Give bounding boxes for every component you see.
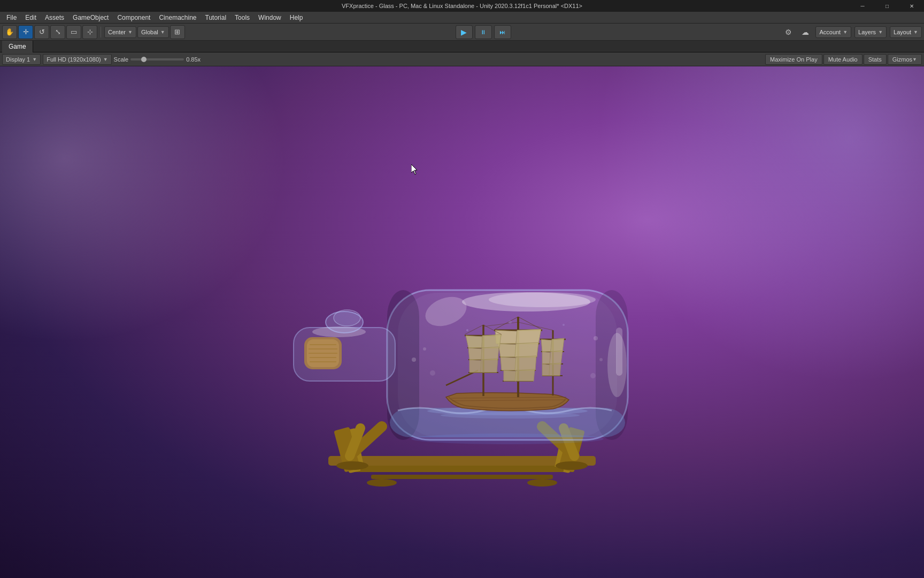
layout-dropdown[interactable]: Layout ▼ xyxy=(890,26,922,38)
svg-point-70 xyxy=(599,358,603,361)
pivot-chevron-icon: ▼ xyxy=(128,29,133,35)
layers-dropdown[interactable]: Layers ▼ xyxy=(854,26,887,38)
grid-button[interactable]: ⊞ xyxy=(170,25,185,39)
space-dropdown[interactable]: Global ▼ xyxy=(137,26,169,38)
toolbar: ✋ ✛ ↺ ⤡ ▭ ⊹ Center ▼ Global ▼ ⊞ ▶ ⏸ ⏭ ⚙ … xyxy=(0,24,924,41)
toolbar-right: ⚙ ☁ Account ▼ Layers ▼ Layout ▼ xyxy=(781,25,922,39)
menu-item-file[interactable]: File xyxy=(2,12,21,24)
hand-tool-button[interactable]: ✋ xyxy=(2,25,17,39)
svg-point-13 xyxy=(556,461,588,470)
svg-rect-7 xyxy=(371,475,553,479)
menu-item-component[interactable]: Component xyxy=(113,12,155,24)
bottle-scene xyxy=(0,66,924,578)
account-chevron-icon: ▼ xyxy=(843,29,848,35)
stats-button[interactable]: Stats xyxy=(864,54,887,65)
resolution-chevron-icon: ▼ xyxy=(103,57,108,62)
svg-point-14 xyxy=(367,479,397,486)
mute-audio-button[interactable]: Mute Audio xyxy=(823,54,863,65)
transform-tool-button[interactable]: ⊹ xyxy=(82,25,97,39)
resolution-dropdown[interactable]: Full HD (1920x1080) ▼ xyxy=(43,54,111,65)
scale-slider[interactable] xyxy=(130,58,184,60)
rect-tool-button[interactable]: ▭ xyxy=(66,25,81,39)
menu-item-help[interactable]: Help xyxy=(286,12,307,24)
minimize-button[interactable]: ─ xyxy=(850,0,875,12)
scale-control: Scale 0.85x xyxy=(114,56,201,63)
bottle-svg xyxy=(221,135,703,509)
gizmos-chevron-icon: ▼ xyxy=(912,57,917,62)
svg-point-65 xyxy=(411,434,604,444)
menu-item-assets[interactable]: Assets xyxy=(41,12,68,24)
menu-item-window[interactable]: Window xyxy=(254,12,286,24)
svg-point-69 xyxy=(594,336,598,340)
svg-point-15 xyxy=(527,479,557,486)
svg-point-74 xyxy=(509,321,512,324)
account-dropdown[interactable]: Account ▼ xyxy=(815,26,851,38)
layers-chevron-icon: ▼ xyxy=(878,29,883,35)
tab-bar: Game xyxy=(0,41,924,52)
svg-point-12 xyxy=(336,461,368,470)
svg-point-72 xyxy=(466,329,468,331)
svg-point-73 xyxy=(563,324,565,326)
space-chevron-icon: ▼ xyxy=(160,29,165,35)
display-chevron-icon: ▼ xyxy=(32,57,37,62)
layout-chevron-icon: ▼ xyxy=(913,29,918,35)
game-toolbar: Display 1 ▼ Full HD (1920x1080) ▼ Scale … xyxy=(0,52,924,66)
rotate-tool-button[interactable]: ↺ xyxy=(34,25,49,39)
scale-tool-button[interactable]: ⤡ xyxy=(50,25,65,39)
game-tab[interactable]: Game xyxy=(2,41,33,52)
svg-point-66 xyxy=(412,358,416,362)
menu-item-cinemachine[interactable]: Cinemachine xyxy=(155,12,201,24)
pivot-dropdown[interactable]: Center ▼ xyxy=(104,26,136,38)
svg-point-71 xyxy=(590,373,596,378)
svg-point-25 xyxy=(334,310,360,326)
svg-rect-64 xyxy=(616,328,622,376)
gizmos-button[interactable]: Gizmos ▼ xyxy=(888,54,922,65)
menu-item-edit[interactable]: Edit xyxy=(21,12,41,24)
title-bar-text: VFXpractice - Glass - PC, Mac & Linux St… xyxy=(0,3,924,9)
move-tool-button[interactable]: ✛ xyxy=(18,25,33,39)
scale-thumb xyxy=(141,57,147,62)
window-controls: ─ □ ✕ xyxy=(850,0,924,12)
play-button[interactable]: ▶ xyxy=(456,25,473,39)
pause-button[interactable]: ⏸ xyxy=(475,25,492,39)
menu-item-tools[interactable]: Tools xyxy=(230,12,254,24)
svg-point-68 xyxy=(430,370,435,376)
maximize-on-play-button[interactable]: Maximize On Play xyxy=(765,54,822,65)
separator-1 xyxy=(101,27,101,37)
menu-item-tutorial[interactable]: Tutorial xyxy=(201,12,231,24)
game-viewport xyxy=(0,66,924,578)
playback-controls: ▶ ⏸ ⏭ xyxy=(186,25,781,39)
game-toolbar-right: Maximize On Play Mute Audio Stats Gizmos… xyxy=(765,54,922,65)
cloud-icon[interactable]: ☁ xyxy=(798,25,812,39)
settings-icon[interactable]: ⚙ xyxy=(781,25,795,39)
svg-rect-6 xyxy=(360,467,564,472)
close-button[interactable]: ✕ xyxy=(899,0,924,12)
menu-item-gameobject[interactable]: GameObject xyxy=(68,12,113,24)
step-button[interactable]: ⏭ xyxy=(494,25,511,39)
display-dropdown[interactable]: Display 1 ▼ xyxy=(2,54,41,65)
svg-point-67 xyxy=(423,347,426,351)
title-bar: VFXpractice - Glass - PC, Mac & Linux St… xyxy=(0,0,924,12)
svg-point-63 xyxy=(489,292,596,307)
menu-bar: FileEditAssetsGameObjectComponentCinemac… xyxy=(0,12,924,24)
maximize-button[interactable]: □ xyxy=(875,0,899,12)
